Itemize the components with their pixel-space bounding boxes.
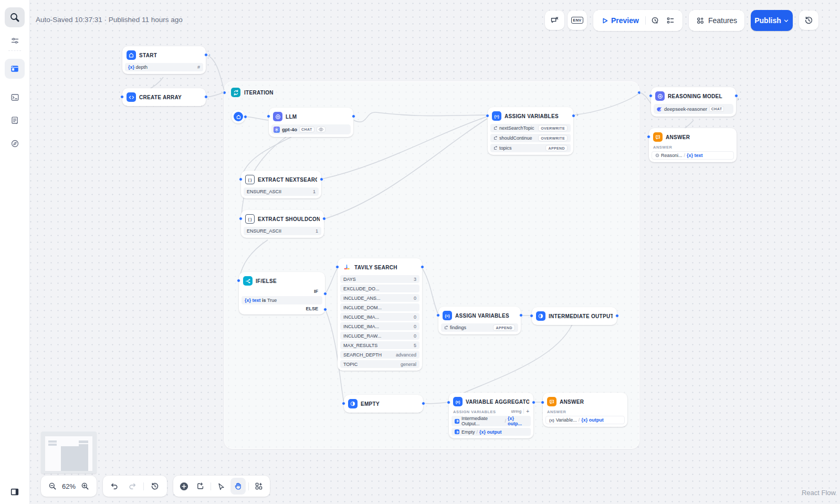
- node-extract-nextsearchtopic[interactable]: { } EXTRACT NEXTSEARCHTOP ENSURE_ASCII 1: [241, 171, 321, 198]
- collapse-sidebar-icon[interactable]: [5, 482, 25, 502]
- zoom-level[interactable]: 62%: [61, 482, 77, 490]
- param-row[interactable]: MAX_RESULTS5: [340, 341, 419, 349]
- input-handle[interactable]: [120, 95, 124, 99]
- output-handle[interactable]: [519, 313, 523, 317]
- node-empty[interactable]: EMPTY: [344, 395, 423, 413]
- param-row[interactable]: SEARCH_DEPTHadvanced: [340, 351, 419, 359]
- zoom-out-icon[interactable]: [44, 478, 61, 495]
- output-handle[interactable]: [204, 53, 208, 57]
- param-row[interactable]: EXCLUDE_DO...: [340, 285, 419, 292]
- output-handle[interactable]: [352, 114, 355, 118]
- react-flow-attribution[interactable]: React Flow: [802, 489, 836, 497]
- output-handle[interactable]: [532, 401, 536, 404]
- input-handle[interactable]: [447, 401, 450, 404]
- output-handle[interactable]: [422, 402, 425, 405]
- node-if-else[interactable]: IF/ELSE IF {x} text is True ELSE: [239, 272, 325, 314]
- param-row[interactable]: ENSURE_ASCII 1: [244, 227, 321, 235]
- minimap[interactable]: [41, 432, 97, 474]
- node-reasoning-model[interactable]: REASONING MODEL deepseek-reasoner CHAT: [651, 87, 736, 117]
- input-handle[interactable]: [239, 177, 243, 181]
- variable-inspector-button[interactable]: [545, 10, 564, 30]
- output-handle[interactable]: [322, 217, 326, 220]
- param-row[interactable]: DAYS3: [340, 275, 419, 283]
- run-history-icon[interactable]: [648, 13, 663, 28]
- answer-variable-row[interactable]: Reasoni... / {x} text: [652, 151, 734, 160]
- input-handle[interactable]: [237, 279, 240, 282]
- input-handle[interactable]: [342, 402, 345, 405]
- preview-button[interactable]: Preview: [597, 16, 643, 25]
- input-handle[interactable]: [647, 135, 650, 139]
- input-handle[interactable]: [335, 265, 339, 269]
- iteration-start-node[interactable]: [232, 110, 245, 123]
- change-history-icon[interactable]: [146, 478, 163, 495]
- input-handle[interactable]: [436, 313, 440, 317]
- add-variable-button[interactable]: +: [526, 408, 531, 414]
- node-llm[interactable]: LLM gpt-4o CHAT: [269, 108, 353, 137]
- next-step-arrow-icon[interactable]: ›: [208, 52, 211, 58]
- input-handle[interactable]: [239, 217, 243, 220]
- search-icon[interactable]: [5, 7, 25, 27]
- features-button[interactable]: Features: [689, 10, 744, 31]
- node-assign-variables-2[interactable]: {=} ASSIGN VARIABLES findings APPEND: [438, 307, 521, 334]
- sliders-icon[interactable]: [5, 30, 25, 50]
- input-handle[interactable]: [223, 91, 226, 94]
- param-row[interactable]: TOPICgeneral: [340, 360, 419, 368]
- assignment-row[interactable]: topics APPEND: [490, 144, 571, 152]
- output-handle[interactable]: [320, 177, 323, 181]
- output-handle[interactable]: [204, 95, 208, 99]
- aggregated-variable-row[interactable]: Intermediate Output... / {x} outp...: [452, 416, 531, 426]
- node-start[interactable]: START {x} depth #: [122, 46, 206, 74]
- param-row[interactable]: INCLUDE_DOM...: [340, 303, 419, 311]
- add-note-icon[interactable]: [193, 478, 208, 495]
- start-variable-row[interactable]: {x} depth #: [125, 63, 203, 71]
- param-row[interactable]: ENSURE_ASCII 1: [244, 187, 319, 196]
- organize-blocks-icon[interactable]: [251, 478, 267, 495]
- sidebar-item-studio[interactable]: [5, 59, 25, 79]
- node-extract-shouldcontinue[interactable]: { } EXTRACT SHOULDCONTINU ENSURE_ASCII 1: [241, 210, 324, 238]
- input-handle[interactable]: [541, 401, 544, 404]
- node-intermediate-output[interactable]: INTERMEDIATE OUTPUT FOI: [532, 307, 617, 325]
- node-tavily-search[interactable]: TAVILY SEARCH DAYS3 EXCLUDE_DO... INCLUD…: [338, 258, 422, 371]
- input-handle[interactable]: [486, 114, 489, 118]
- output-handle[interactable]: [572, 114, 575, 118]
- sidebar-item-terminal[interactable]: [5, 87, 25, 107]
- assignment-row[interactable]: findings APPEND: [441, 323, 518, 332]
- node-create-array[interactable]: CREATE ARRAY: [122, 88, 206, 106]
- condition-row[interactable]: {x} text is True: [242, 296, 322, 304]
- assignment-row[interactable]: nextSearchTopic OVERWRITE: [490, 124, 571, 132]
- param-row[interactable]: INCLUDE_RAW...0: [340, 332, 419, 340]
- node-answer-iteration[interactable]: ANSWER ANSWER (x) Variable... / {x} outp…: [543, 393, 627, 427]
- node-assign-variables-1[interactable]: {=} ASSIGN VARIABLES nextSearchTopic OVE…: [488, 107, 573, 155]
- if-output-handle[interactable]: [323, 292, 327, 296]
- output-handle[interactable]: [637, 91, 641, 94]
- hand-tool-icon[interactable]: [230, 478, 246, 495]
- else-output-handle[interactable]: [323, 308, 327, 311]
- input-handle[interactable]: [530, 314, 533, 318]
- sidebar-item-knowledge[interactable]: [5, 110, 25, 130]
- zoom-in-icon[interactable]: [77, 478, 93, 495]
- next-step-arrow-icon[interactable]: ›: [576, 112, 579, 118]
- param-row[interactable]: INCLUDE_ANS...0: [340, 294, 419, 302]
- sidebar-item-explore[interactable]: [5, 133, 25, 153]
- assignment-row[interactable]: shouldContinue OVERWRITE: [490, 134, 571, 142]
- node-answer-final[interactable]: ANSWER ANSWER Reasoni... / {x} text: [649, 128, 737, 162]
- param-row[interactable]: INCLUDE_IMA...0: [340, 313, 419, 321]
- input-handle[interactable]: [267, 114, 270, 118]
- version-history-button[interactable]: [799, 10, 818, 30]
- redo-icon[interactable]: [124, 478, 141, 495]
- publish-button[interactable]: Publish: [751, 10, 793, 31]
- env-variables-button[interactable]: ENV: [568, 10, 587, 30]
- model-selector[interactable]: gpt-4o CHAT: [271, 124, 351, 134]
- checklist-icon[interactable]: [663, 13, 678, 28]
- param-row[interactable]: INCLUDE_IMA...0: [340, 322, 419, 330]
- model-selector[interactable]: deepseek-reasoner CHAT: [654, 104, 733, 114]
- undo-icon[interactable]: [106, 478, 123, 495]
- output-handle[interactable]: [615, 314, 619, 318]
- input-handle[interactable]: [649, 94, 653, 98]
- node-variable-aggregator[interactable]: (x) VARIABLE AGGREGATOR ASSIGN VARIABLES…: [449, 393, 533, 438]
- output-handle[interactable]: [421, 265, 424, 269]
- answer-variable-row[interactable]: (x) Variable... / {x} output: [545, 416, 625, 424]
- output-handle[interactable]: [244, 115, 247, 119]
- aggregated-variable-row[interactable]: Empty / {x} output: [452, 428, 531, 436]
- pointer-tool-icon[interactable]: [214, 478, 229, 495]
